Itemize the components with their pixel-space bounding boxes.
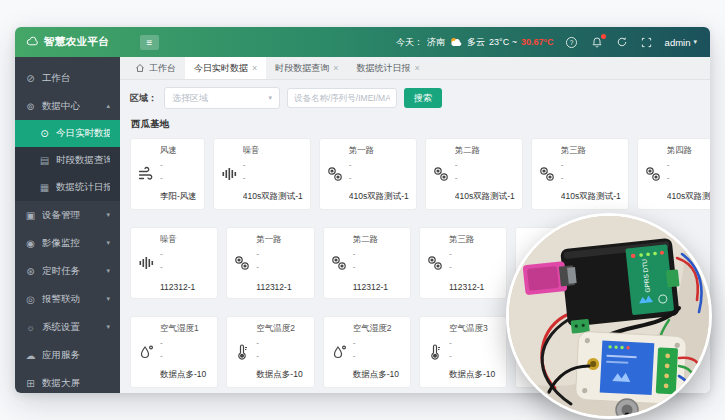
card-device-name: 李阳-风速: [160, 191, 197, 203]
card-value: -: [353, 337, 403, 350]
sensor-card[interactable]: 空气湿度1--数据点多-10: [130, 316, 218, 388]
search-button[interactable]: 搜索: [404, 88, 442, 108]
card-device-name: 112312-1: [256, 282, 306, 292]
card-value: -: [160, 248, 210, 261]
sensor-card[interactable]: 噪音--112312-1: [130, 227, 218, 299]
fullscreen-icon[interactable]: [640, 35, 654, 49]
temperature-icon: [234, 344, 250, 360]
sensor-card[interactable]: 第二路--410s双路测试-1: [425, 138, 523, 210]
camera-icon: ◉: [25, 238, 36, 249]
sidebar-item-label: 系统设置: [42, 321, 80, 334]
card-title: 噪音: [160, 234, 210, 246]
card-device-name: 112312-1: [353, 282, 403, 292]
tab-daily-report[interactable]: 数据统计日报×: [348, 57, 429, 79]
svg-text:?: ?: [570, 38, 574, 45]
screenshot-stage: 智慧农业平台 ≡ 今天： 济南 多云 23°C ~ 30.67°C ?: [0, 0, 725, 420]
sensor-card[interactable]: 噪音--410s双路测试-1: [213, 138, 311, 210]
notifications-bell-icon[interactable]: [590, 35, 604, 49]
sidebar-item-cron-tasks[interactable]: ⊛定时任务▾: [15, 257, 120, 285]
temp-normal: 23°C ~: [489, 37, 517, 47]
card-device-name: 112312-1: [160, 282, 210, 292]
sidebar-item-workbench[interactable]: ⊘工作台: [15, 64, 120, 92]
card-title: 噪音: [243, 145, 303, 157]
sidebar-item-video-monitor[interactable]: ◉影像监控▾: [15, 229, 120, 257]
cloud-icon: ☁: [25, 350, 36, 361]
sidebar-item-period-query[interactable]: ▤时段数据查询: [15, 147, 120, 174]
card-body: 第三路--112312-1: [449, 234, 499, 292]
sidebar-item-alarm-link[interactable]: ◎报警联动▾: [15, 285, 120, 313]
chevron-icon: ▾: [106, 295, 110, 303]
card-device-name: 数据点多-10: [160, 369, 210, 381]
tab-label: 数据统计日报: [357, 62, 411, 75]
sensor-card[interactable]: 空气温度2--数据点多-10: [226, 316, 314, 388]
weather-label: 多云: [467, 36, 485, 49]
card-title: 第二路: [353, 234, 403, 246]
humidity-icon: [331, 344, 347, 360]
sensor-card[interactable]: 第三路--410s双路测试-1: [531, 138, 629, 210]
logo-cloud-icon: [26, 35, 39, 50]
app-logo: 智慧农业平台: [15, 35, 131, 50]
tab-period-query[interactable]: 时段数据查询×: [266, 57, 347, 79]
sensor-card[interactable]: 第二路--112312-1: [323, 227, 411, 299]
card-value: -: [256, 248, 306, 261]
card-value: -: [667, 159, 710, 172]
sidebar-item-label: 定时任务: [42, 265, 80, 278]
weather-summary: 今天： 济南 多云 23°C ~ 30.67°C: [396, 36, 554, 49]
chevron-icon: ▾: [106, 239, 110, 247]
sidebar-item-device-mgmt[interactable]: ▣设备管理▾: [15, 201, 120, 229]
card-value: -: [256, 350, 306, 363]
header-right: 今天： 济南 多云 23°C ~ 30.67°C ?: [396, 35, 710, 49]
chevron-down-icon: ▾: [693, 38, 697, 46]
tab-workbench[interactable]: 工作台: [126, 57, 185, 79]
temperature-icon: [427, 344, 443, 360]
card-value: -: [160, 159, 197, 172]
sidebar-item-daily-report[interactable]: ▦数据统计日报: [15, 174, 120, 201]
temp-high: 30.67°C: [521, 37, 554, 47]
sidebar-item-today-data[interactable]: ⊙今日实时数据: [15, 120, 120, 147]
chevron-icon: ▾: [106, 323, 110, 331]
sidebar-item-data-screen[interactable]: ⊞数据大屏: [15, 369, 120, 393]
help-icon[interactable]: ?: [565, 35, 579, 49]
card-device-name: 410s双路测试-1: [455, 191, 515, 203]
card-value: -: [449, 350, 499, 363]
sensor-card[interactable]: 第四路--410s双路测试-1: [637, 138, 710, 210]
sidebar-item-label: 数据大屏: [42, 377, 80, 390]
card-value: -: [349, 159, 409, 172]
card-title: 第四路: [667, 145, 710, 157]
sidebar-item-label: 报警联动: [42, 293, 80, 306]
gear-icon: ☼: [25, 322, 36, 333]
sensor-card[interactable]: 风速--李阳-风速: [130, 138, 205, 210]
tab-label: 今日实时数据: [194, 62, 248, 75]
humidity-icon: [138, 344, 154, 360]
app-title: 智慧农业平台: [44, 35, 109, 49]
tab-label: 工作台: [149, 62, 176, 75]
tab-close-icon[interactable]: ×: [252, 63, 257, 73]
sidebar-item-sys-settings[interactable]: ☼系统设置▾: [15, 313, 120, 341]
relay-icon: [433, 166, 449, 182]
sidebar-collapse-button[interactable]: ≡: [140, 35, 159, 50]
sidebar-item-data-center[interactable]: ⊚数据中心▴: [15, 92, 120, 120]
card-value: -: [256, 261, 306, 274]
card-title: 风速: [160, 145, 197, 157]
sensor-card[interactable]: 空气湿度2--数据点多-10: [323, 316, 411, 388]
chevron-icon: ▴: [106, 102, 110, 110]
refresh-icon[interactable]: [615, 35, 629, 49]
card-device-name: 410s双路测试-1: [349, 191, 409, 203]
device-search-input[interactable]: [287, 88, 397, 108]
user-menu[interactable]: admin ▾: [665, 37, 697, 48]
tab-close-icon[interactable]: ×: [333, 63, 338, 73]
sidebar-item-app-services[interactable]: ☁应用服务: [15, 341, 120, 369]
tab-today-data[interactable]: 今日实时数据×: [185, 57, 266, 79]
sensor-card[interactable]: 第一路--410s双路测试-1: [319, 138, 417, 210]
card-title: 空气湿度1: [160, 323, 210, 335]
sensor-card[interactable]: 空气温度3--数据点多-10: [419, 316, 507, 388]
sensor-card[interactable]: 第三路--112312-1: [419, 227, 507, 299]
card-value: -: [353, 248, 403, 261]
tab-close-icon[interactable]: ×: [415, 63, 420, 73]
card-value: -: [256, 337, 306, 350]
card-title: 空气温度3: [449, 323, 499, 335]
card-value: -: [449, 248, 499, 261]
sensor-card[interactable]: 第一路--112312-1: [226, 227, 314, 299]
region-select[interactable]: 选择区域 ▾: [164, 87, 280, 109]
card-body: 风速--李阳-风速: [160, 145, 197, 203]
